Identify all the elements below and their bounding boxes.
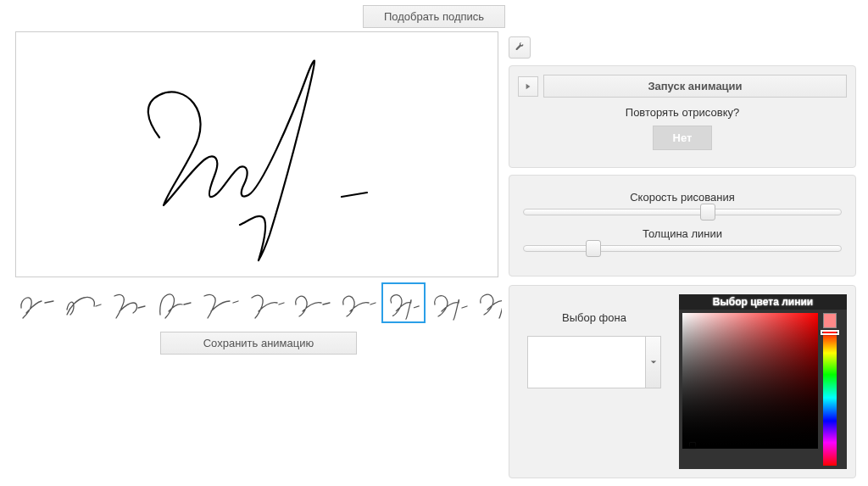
signature-main-svg [113, 44, 401, 265]
thickness-label: Толщина линии [518, 227, 847, 240]
wrench-icon [515, 42, 525, 53]
signature-thumb[interactable] [198, 282, 242, 323]
signature-thumb[interactable] [427, 282, 471, 323]
sliders-panel: Скорость рисования Толщина линии [509, 175, 856, 277]
speed-slider[interactable] [523, 209, 842, 215]
signature-thumbnails [15, 282, 502, 323]
signature-thumb[interactable] [244, 282, 288, 323]
save-animation-button[interactable]: Сохранить анимацию [160, 332, 358, 355]
pick-signature-button[interactable]: Подобрать подпись [363, 5, 505, 28]
start-animation-button[interactable]: Запуск анимации [543, 75, 847, 98]
color-sv-cursor[interactable] [689, 442, 696, 449]
settings-toggle-button[interactable] [509, 36, 531, 59]
signature-thumb[interactable] [290, 282, 334, 323]
repeat-drawing-label: Повторять отрисовку? [518, 106, 847, 119]
chevron-down-icon [650, 359, 657, 366]
speed-label: Скорость рисования [518, 191, 847, 204]
speed-slider-handle[interactable] [700, 204, 715, 221]
signature-thumb[interactable] [153, 282, 197, 323]
hue-slider-handle[interactable] [821, 330, 839, 335]
hue-slider[interactable] [823, 330, 837, 466]
signature-thumb[interactable] [336, 282, 380, 323]
color-panel: Выбор фона Выбор цвета линии [509, 285, 856, 478]
signature-thumb[interactable] [381, 282, 426, 323]
signature-canvas[interactable] [15, 31, 498, 277]
thickness-slider[interactable] [523, 245, 842, 252]
signature-thumb[interactable] [61, 282, 105, 323]
play-button[interactable] [518, 76, 538, 97]
play-icon [525, 83, 531, 90]
background-dropdown-button[interactable] [646, 336, 661, 388]
animation-panel: Запуск анимации Повторять отрисовку? Нет [509, 65, 856, 168]
background-pick-label: Выбор фона [518, 311, 670, 324]
background-swatch[interactable] [527, 336, 646, 388]
color-saturation-value-box[interactable] [682, 313, 818, 449]
thickness-slider-handle[interactable] [586, 240, 601, 257]
signature-thumb[interactable] [473, 282, 502, 323]
line-color-title: Выбор цвета линии [679, 294, 847, 310]
current-color-swatch [823, 313, 837, 328]
repeat-toggle-button[interactable]: Нет [653, 126, 712, 150]
signature-thumb[interactable] [107, 282, 151, 323]
signature-thumb[interactable] [15, 282, 59, 323]
